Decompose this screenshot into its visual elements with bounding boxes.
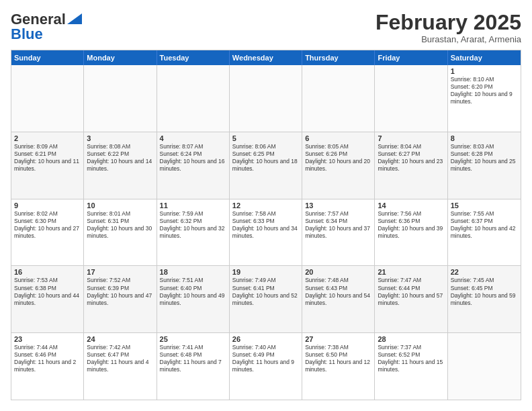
day-number: 26: [232, 335, 299, 343]
calendar-cell: 22Sunrise: 7:45 AM Sunset: 6:45 PM Dayli…: [448, 266, 521, 332]
day-number: 13: [305, 201, 371, 210]
calendar-cell: 19Sunrise: 7:49 AM Sunset: 6:41 PM Dayli…: [230, 266, 302, 332]
svg-marker-0: [67, 13, 82, 24]
day-number: 22: [451, 268, 518, 276]
calendar-cell: 18Sunrise: 7:51 AM Sunset: 6:40 PM Dayli…: [157, 266, 230, 332]
calendar-cell: 7Sunrise: 8:04 AM Sunset: 6:27 PM Daylig…: [375, 132, 447, 199]
weekday-header-friday: Friday: [375, 50, 447, 65]
day-number: 28: [378, 335, 444, 343]
cell-details: Sunrise: 7:38 AM Sunset: 6:50 PM Dayligh…: [305, 344, 371, 373]
day-number: 21: [378, 268, 444, 276]
cell-details: Sunrise: 7:44 AM Sunset: 6:46 PM Dayligh…: [14, 344, 81, 373]
cell-details: Sunrise: 7:42 AM Sunset: 6:47 PM Dayligh…: [87, 344, 153, 373]
day-number: 23: [14, 335, 81, 343]
calendar-cell: 21Sunrise: 7:47 AM Sunset: 6:44 PM Dayli…: [375, 266, 447, 332]
day-number: 11: [160, 201, 226, 210]
cell-details: Sunrise: 7:48 AM Sunset: 6:43 PM Dayligh…: [305, 277, 371, 306]
cell-details: Sunrise: 8:01 AM Sunset: 6:31 PM Dayligh…: [87, 210, 153, 240]
calendar-row-0: 1Sunrise: 8:10 AM Sunset: 6:20 PM Daylig…: [11, 65, 521, 132]
day-number: 15: [451, 201, 518, 210]
calendar-cell: [157, 65, 230, 132]
day-number: 10: [87, 201, 153, 210]
cell-details: Sunrise: 7:59 AM Sunset: 6:32 PM Dayligh…: [160, 210, 226, 240]
logo-blue: Blue: [11, 26, 43, 43]
calendar-cell: [375, 65, 447, 132]
cell-details: Sunrise: 8:02 AM Sunset: 6:30 PM Dayligh…: [14, 210, 81, 240]
month-title: February 2025: [375, 11, 521, 34]
calendar-cell: 4Sunrise: 8:07 AM Sunset: 6:24 PM Daylig…: [157, 132, 230, 199]
calendar-cell: 25Sunrise: 7:41 AM Sunset: 6:48 PM Dayli…: [157, 333, 230, 400]
day-number: 4: [160, 134, 226, 142]
day-number: 8: [451, 134, 518, 142]
logo-icon: [67, 13, 82, 24]
day-number: 14: [378, 201, 444, 210]
day-number: 17: [87, 268, 153, 276]
cell-details: Sunrise: 7:37 AM Sunset: 6:52 PM Dayligh…: [378, 344, 444, 373]
calendar-cell: 15Sunrise: 7:55 AM Sunset: 6:37 PM Dayli…: [448, 199, 521, 266]
weekday-header-thursday: Thursday: [302, 50, 375, 65]
calendar-cell: 2Sunrise: 8:09 AM Sunset: 6:21 PM Daylig…: [11, 132, 84, 199]
cell-details: Sunrise: 8:03 AM Sunset: 6:28 PM Dayligh…: [451, 143, 518, 173]
location-subtitle: Burastan, Ararat, Armenia: [375, 34, 521, 44]
day-number: 16: [14, 268, 81, 276]
cell-details: Sunrise: 8:07 AM Sunset: 6:24 PM Dayligh…: [160, 143, 226, 173]
day-number: 6: [305, 134, 371, 142]
calendar-cell: [84, 65, 157, 132]
calendar-cell: 1Sunrise: 8:10 AM Sunset: 6:20 PM Daylig…: [448, 65, 521, 132]
cell-details: Sunrise: 7:53 AM Sunset: 6:38 PM Dayligh…: [14, 277, 81, 306]
calendar-cell: 14Sunrise: 7:56 AM Sunset: 6:36 PM Dayli…: [375, 199, 447, 266]
weekday-header-tuesday: Tuesday: [157, 50, 230, 65]
day-number: 25: [160, 335, 226, 343]
calendar-cell: 23Sunrise: 7:44 AM Sunset: 6:46 PM Dayli…: [11, 333, 84, 400]
calendar-cell: 20Sunrise: 7:48 AM Sunset: 6:43 PM Dayli…: [302, 266, 375, 332]
title-block: February 2025 Burastan, Ararat, Armenia: [375, 11, 521, 44]
calendar: SundayMondayTuesdayWednesdayThursdayFrid…: [11, 50, 521, 400]
calendar-cell: 27Sunrise: 7:38 AM Sunset: 6:50 PM Dayli…: [302, 333, 375, 400]
day-number: 3: [87, 134, 153, 142]
day-number: 1: [451, 67, 518, 75]
cell-details: Sunrise: 7:47 AM Sunset: 6:44 PM Dayligh…: [378, 277, 444, 306]
calendar-cell: 12Sunrise: 7:58 AM Sunset: 6:33 PM Dayli…: [230, 199, 302, 266]
calendar-cell: [230, 65, 302, 132]
calendar-row-2: 9Sunrise: 8:02 AM Sunset: 6:30 PM Daylig…: [11, 199, 521, 267]
calendar-cell: 28Sunrise: 7:37 AM Sunset: 6:52 PM Dayli…: [375, 333, 447, 400]
cell-details: Sunrise: 7:55 AM Sunset: 6:37 PM Dayligh…: [451, 210, 518, 240]
cell-details: Sunrise: 7:57 AM Sunset: 6:34 PM Dayligh…: [305, 210, 371, 240]
day-number: 5: [232, 134, 299, 142]
day-number: 2: [14, 134, 81, 142]
cell-details: Sunrise: 8:08 AM Sunset: 6:22 PM Dayligh…: [87, 143, 153, 173]
day-number: 27: [305, 335, 371, 343]
weekday-header-wednesday: Wednesday: [230, 50, 302, 65]
cell-details: Sunrise: 7:49 AM Sunset: 6:41 PM Dayligh…: [232, 277, 299, 306]
cell-details: Sunrise: 7:45 AM Sunset: 6:45 PM Dayligh…: [451, 277, 518, 306]
cell-details: Sunrise: 8:04 AM Sunset: 6:27 PM Dayligh…: [378, 143, 444, 173]
cell-details: Sunrise: 7:40 AM Sunset: 6:49 PM Dayligh…: [232, 344, 299, 373]
header: General Blue February 2025 Burastan, Ara…: [11, 11, 521, 44]
cell-details: Sunrise: 7:58 AM Sunset: 6:33 PM Dayligh…: [232, 210, 299, 240]
cell-details: Sunrise: 7:51 AM Sunset: 6:40 PM Dayligh…: [160, 277, 226, 306]
calendar-cell: 17Sunrise: 7:52 AM Sunset: 6:39 PM Dayli…: [84, 266, 157, 332]
calendar-cell: 24Sunrise: 7:42 AM Sunset: 6:47 PM Dayli…: [84, 333, 157, 400]
cell-details: Sunrise: 8:05 AM Sunset: 6:26 PM Dayligh…: [305, 143, 371, 173]
calendar-cell: 6Sunrise: 8:05 AM Sunset: 6:26 PM Daylig…: [302, 132, 375, 199]
logo: General Blue: [11, 11, 82, 43]
cell-details: Sunrise: 7:52 AM Sunset: 6:39 PM Dayligh…: [87, 277, 153, 306]
calendar-cell: 9Sunrise: 8:02 AM Sunset: 6:30 PM Daylig…: [11, 199, 84, 266]
calendar-cell: 26Sunrise: 7:40 AM Sunset: 6:49 PM Dayli…: [230, 333, 302, 400]
calendar-cell: [302, 65, 375, 132]
calendar-header: SundayMondayTuesdayWednesdayThursdayFrid…: [11, 50, 521, 65]
day-number: 18: [160, 268, 226, 276]
calendar-body: 1Sunrise: 8:10 AM Sunset: 6:20 PM Daylig…: [11, 65, 521, 400]
calendar-cell: 3Sunrise: 8:08 AM Sunset: 6:22 PM Daylig…: [84, 132, 157, 199]
calendar-cell: 8Sunrise: 8:03 AM Sunset: 6:28 PM Daylig…: [448, 132, 521, 199]
day-number: 12: [232, 201, 299, 210]
page: General Blue February 2025 Burastan, Ara…: [0, 0, 532, 411]
day-number: 20: [305, 268, 371, 276]
cell-details: Sunrise: 8:09 AM Sunset: 6:21 PM Dayligh…: [14, 143, 81, 173]
day-number: 24: [87, 335, 153, 343]
weekday-header-saturday: Saturday: [448, 50, 521, 65]
calendar-row-1: 2Sunrise: 8:09 AM Sunset: 6:21 PM Daylig…: [11, 132, 521, 199]
cell-details: Sunrise: 7:56 AM Sunset: 6:36 PM Dayligh…: [378, 210, 444, 240]
cell-details: Sunrise: 7:41 AM Sunset: 6:48 PM Dayligh…: [160, 344, 226, 373]
day-number: 9: [14, 201, 81, 210]
